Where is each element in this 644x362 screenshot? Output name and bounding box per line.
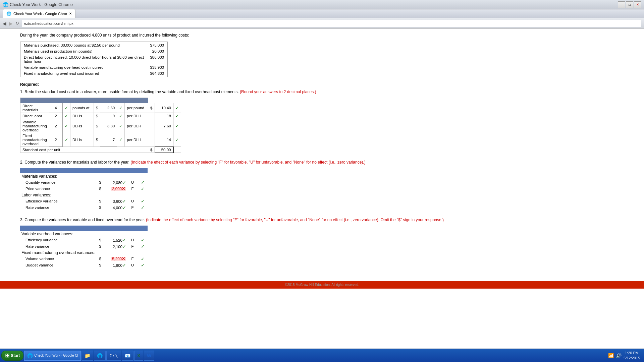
fixed-vol-ef[interactable]: F — [127, 256, 138, 262]
table-row: Price variance $ 2,000✕ F ✓ — [20, 186, 148, 192]
std-unit-1: DLHs — [70, 113, 94, 119]
fixed-budget-ef[interactable]: U — [127, 262, 138, 268]
window-title: Check Your Work - Google Chrome — [10, 2, 73, 7]
footer-bar: ©2015 McGraw-Hill Education. All rights … — [0, 281, 644, 289]
fixed-vol-value[interactable]: 5,200✕ — [104, 256, 127, 262]
std-check-qty-3: ✓ — [62, 133, 70, 147]
std-rate-3[interactable]: 7 — [100, 133, 117, 147]
q3-variance-table: Variable overhead variances: Efficiency … — [20, 226, 148, 268]
labor-rate-ef[interactable]: F — [127, 204, 138, 211]
std-rate-dollar-3: $ — [94, 133, 100, 147]
std-rateunit-1: per DLH — [125, 113, 148, 119]
std-rateunit-2: per DLH — [125, 119, 148, 133]
cost-info-row: Materials used in production (in pounds)… — [21, 49, 167, 54]
variable-overhead-label: Variable overhead variances: — [20, 231, 148, 237]
cost-info-label: Fixed manufacturing overhead cost incurr… — [21, 71, 147, 76]
std-total-0[interactable]: 10.40 — [155, 103, 173, 113]
fixed-overhead-label: Fixed manufacturing overhead variances: — [20, 250, 148, 256]
std-check-qty-1: ✓ — [62, 113, 70, 119]
page-content: During the year, the company produced 4,… — [0, 29, 644, 281]
q2-text: 2. Compute the variances for materials a… — [20, 159, 624, 165]
browser-tab[interactable]: 🌐 Check Your Work - Google Chrome ✕ — [3, 9, 75, 18]
std-total-dollar-1 — [148, 113, 155, 119]
std-check-rate-0: ✓ — [117, 103, 125, 113]
std-row-label-1: Direct labor — [20, 113, 49, 119]
std-qty-3[interactable]: 2 — [49, 133, 62, 147]
labor-eff-value[interactable]: 3,600✓ — [104, 198, 127, 204]
cost-info-table: Materials purchased, 30,000 pounds at $2… — [20, 42, 168, 77]
forward-icon[interactable]: ▶ — [9, 21, 13, 26]
cost-info-label: Variable manufacturing overhead cost inc… — [21, 65, 147, 70]
fixed-budget-label: Budget variance — [20, 262, 97, 268]
cost-info-row: Fixed manufacturing overhead cost incurr… — [21, 71, 167, 76]
var-eff-value[interactable]: 1,520✓ — [104, 237, 127, 243]
materials-label: Materials variances: — [20, 173, 148, 179]
table-row: Rate variance $ 4,000✓ F ✓ — [20, 204, 148, 211]
std-unit-0: pounds at — [70, 103, 94, 113]
labor-eff-ef[interactable]: U — [127, 198, 138, 204]
table-row: Efficiency variance $ 3,600✓ U ✓ — [20, 198, 148, 204]
question-3-block: 3. Compute the variances for variable an… — [20, 217, 624, 268]
table-row: Rate variance $ 2,100✓ F ✓ — [20, 243, 148, 250]
q1-highlight: (Round your answers to 2 decimal places.… — [240, 89, 316, 94]
std-cost-dollar: $ — [148, 147, 155, 153]
std-rate-dollar-1: $ — [94, 113, 100, 119]
cost-info-amount: 20,000 — [147, 49, 167, 54]
maximize-button[interactable]: □ — [626, 1, 633, 8]
cost-info-amount: $35,900 — [147, 65, 167, 70]
std-check-total-2: ✓ — [173, 119, 181, 133]
table-row: Volume variance $ 5,200✕ F ✓ — [20, 256, 148, 262]
std-qty-1[interactable]: 2 — [49, 113, 62, 119]
std-rateunit-0: per pound — [125, 103, 148, 113]
std-rate-dollar-0: $ — [94, 103, 100, 113]
labor-label: Labor variances: — [20, 192, 148, 198]
std-row-label-2: Variable manufacturing overhead — [20, 119, 49, 133]
url-text: ezto.mheducation.com/hm.tpx — [24, 21, 73, 25]
cost-info-row: Variable manufacturing overhead cost inc… — [21, 65, 167, 70]
tab-close-icon[interactable]: ✕ — [69, 12, 72, 15]
std-check-qty-0: ✓ — [62, 103, 70, 113]
question-2-block: 2. Compute the variances for materials a… — [20, 159, 624, 211]
fixed-vol-label: Volume variance — [20, 256, 97, 262]
mat-qty-value[interactable]: 2,080✓ — [104, 179, 127, 186]
mat-price-value[interactable]: 2,000✕ — [104, 186, 127, 192]
var-eff-ef[interactable]: U — [127, 237, 138, 243]
std-qty-2[interactable]: 2 — [49, 119, 62, 133]
std-rate-2[interactable]: 3.80 — [100, 119, 117, 133]
cost-info-label: Direct labor cost incurred, 10,000 direc… — [21, 55, 147, 64]
labor-rate-value[interactable]: 4,000✓ — [104, 204, 127, 211]
refresh-icon[interactable]: ↻ — [15, 21, 19, 26]
var-eff-label: Efficiency variance — [20, 237, 97, 243]
std-check-rate-1: ✓ — [117, 113, 125, 119]
footer-text: ©2015 McGraw-Hill Education. All rights … — [285, 283, 359, 287]
std-check-qty-2: ✓ — [62, 119, 70, 133]
cost-info-amount: $75,000 — [147, 43, 167, 48]
cost-info-row: Materials purchased, 30,000 pounds at $2… — [21, 43, 167, 48]
mat-qty-ef[interactable]: U — [127, 179, 138, 186]
std-total-1[interactable]: 18 — [155, 113, 173, 119]
mat-price-ef[interactable]: F — [127, 186, 138, 192]
std-rate-0[interactable]: 2.60 — [100, 103, 117, 113]
labor-rate-label: Rate variance — [20, 204, 97, 211]
var-rate-ef[interactable]: F — [127, 243, 138, 250]
fixed-budget-value[interactable]: 1,800✓ — [104, 262, 127, 268]
std-check-total-3: ✓ — [173, 133, 181, 147]
std-total-3[interactable]: 14 — [155, 133, 173, 147]
std-row-label-3: Fixed manufacturing overhead — [20, 133, 49, 147]
std-rate-1[interactable]: 9 — [100, 113, 117, 119]
url-bar[interactable]: ezto.mheducation.com/hm.tpx — [22, 20, 641, 27]
chrome-titlebar: 🌐 Check Your Work - Google Chrome – □ ✕ — [0, 0, 644, 9]
std-rate-dollar-2: $ — [94, 119, 100, 133]
std-cost-total[interactable]: 50.00 — [155, 147, 173, 153]
address-bar: ◀ ▶ ↻ ezto.mheducation.com/hm.tpx — [0, 18, 644, 29]
std-total-dollar-0: $ — [148, 103, 155, 113]
table-row: Budget variance $ 1,800✓ U ✓ — [20, 262, 148, 268]
back-icon[interactable]: ◀ — [3, 21, 6, 26]
close-button[interactable]: ✕ — [634, 1, 641, 8]
std-total-2[interactable]: 7.60 — [155, 119, 173, 133]
std-row-label-0: Direct materials — [20, 103, 49, 113]
minimize-button[interactable]: – — [618, 1, 625, 8]
q2-variance-table: Materials variances: Quantity variance $… — [20, 168, 148, 211]
std-qty-0[interactable]: 4 — [49, 103, 62, 113]
var-rate-value[interactable]: 2,100✓ — [104, 243, 127, 250]
